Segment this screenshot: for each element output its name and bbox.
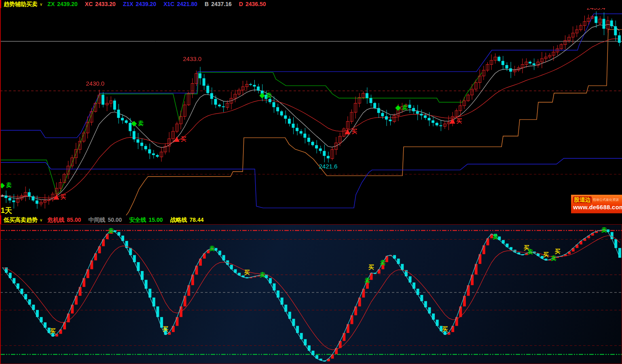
legend-item-value: 2439.20 [57,1,78,7]
legend-item: XC2433.20 [85,1,116,7]
bottom-indicator-header: 低买高卖趋势 ∨ 危机线85.00中间线50.00安全线15.00战略线78.4… [0,215,622,224]
legend-item-value: 2433.20 [95,1,116,7]
legend-item: 战略线78.44 [170,217,203,223]
legend-item-value: 2439.20 [136,1,157,7]
bottom-indicator-legend: 危机线85.00中间线50.00安全线15.00战略线78.44 [47,217,203,223]
legend-item-value: 85.00 [67,217,81,223]
header-accent-bar [0,0,1,8]
legend-item-value: 78.44 [189,217,203,223]
legend-item: B2437.16 [205,1,232,7]
legend-item: 危机线85.00 [47,217,81,223]
watermark-url: www.de6688.com [573,203,620,211]
legend-item-value: 2437.16 [211,1,232,7]
legend-item-label: ZX [47,1,55,7]
oscillator-panel [0,224,622,364]
bottom-indicator-title[interactable]: 低买高卖趋势 [4,217,38,223]
top-indicator-header: 趋势辅助买卖 ∨ ZX2439.20XC2433.20Z1X2439.20X1C… [0,0,622,8]
watermark-badge: 股道边 指标公式量化资源 www.de6688.com [571,195,622,213]
top-indicator-legend: ZX2439.20XC2433.20Z1X2439.20X1C2421.80B2… [47,1,266,7]
legend-item-label: Z1X [123,1,133,7]
legend-item: 中间线50.00 [88,217,122,223]
panel-left-border [0,0,1,364]
trading-app-window: 趋势辅助买卖 ∨ ZX2439.20XC2433.20Z1X2439.20X1C… [0,0,622,364]
legend-item: X1C2421.80 [163,1,197,7]
legend-item-label: D [239,1,243,7]
legend-item-label: B [205,1,209,7]
legend-item: ZX2439.20 [47,1,78,7]
legend-item-label: 中间线 [88,217,105,223]
legend-item-label: 战略线 [170,217,187,223]
legend-item: 安全线15.00 [129,217,163,223]
chevron-down-icon[interactable]: ∨ [40,2,42,6]
watermark-brand: 股道边 [573,196,592,203]
legend-item-value: 15.00 [148,217,163,223]
chevron-down-icon[interactable]: ∨ [40,218,42,222]
legend-item-label: 危机线 [47,217,64,223]
legend-item: D2436.50 [239,1,266,7]
legend-item-value: 2436.50 [245,1,266,7]
legend-item-value: 50.00 [108,217,122,223]
top-indicator-title[interactable]: 趋势辅助买卖 [4,1,38,7]
legend-item: Z1X2439.20 [123,1,156,7]
legend-item-label: XC [85,1,93,7]
legend-item-label: 安全线 [129,217,146,223]
oscillator-chart[interactable] [0,225,622,364]
watermark-tagline: 指标公式量化资源 [593,198,619,202]
main-price-chart[interactable] [0,8,622,215]
header-accent-bar [0,215,1,224]
legend-item-value: 2421.80 [177,1,197,7]
legend-item-label: X1C [163,1,174,7]
